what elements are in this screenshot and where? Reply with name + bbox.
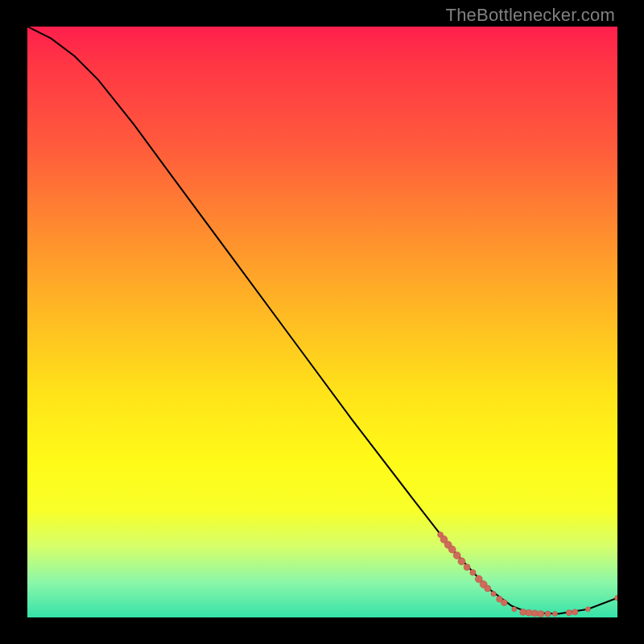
data-marker [526,609,532,616]
data-marker [531,610,538,617]
data-marker [470,570,476,576]
data-marker [458,558,465,565]
data-marker [552,612,557,617]
data-marker [485,585,491,592]
data-marker [448,546,456,553]
data-marker [464,564,470,571]
data-marker [545,611,551,617]
chart-frame: TheBottlenecker.com [0,0,644,644]
chart-svg [27,27,617,617]
bottleneck-curve [27,27,617,614]
watermark-text: TheBottlenecker.com [446,5,615,26]
data-marker [585,607,590,612]
data-marker [453,551,460,559]
data-marker [491,591,496,596]
plot-area [27,27,617,617]
data-marker [520,609,526,615]
data-marker [566,610,572,616]
marker-group [438,532,617,617]
data-marker [538,611,544,617]
data-marker [572,609,578,615]
data-marker [501,600,507,606]
data-marker [615,595,617,601]
data-marker [512,607,517,612]
